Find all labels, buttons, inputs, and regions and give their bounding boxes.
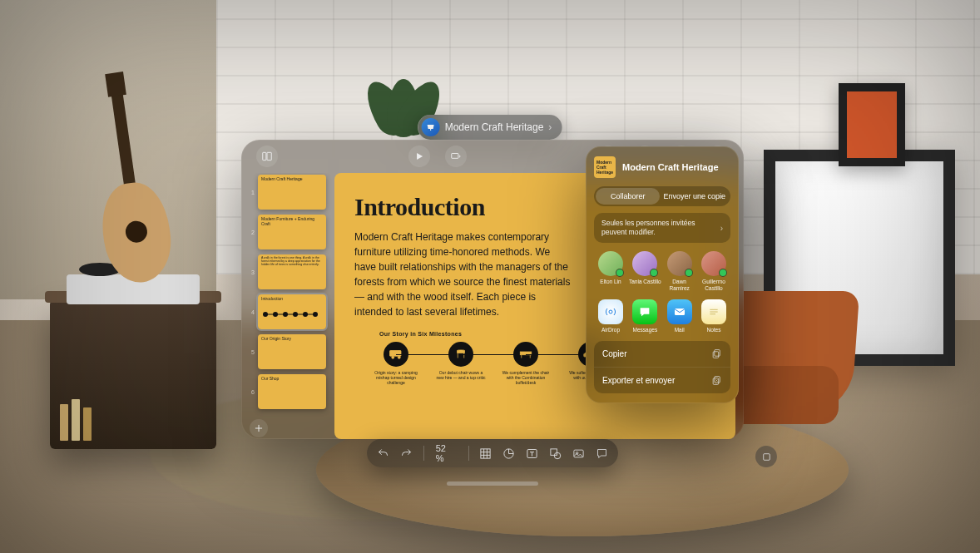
svg-point-44	[609, 310, 612, 314]
slide-thumb-2[interactable]: Modern Furniture + Enduring Craft	[258, 215, 326, 249]
slide-thumb-5[interactable]: Our Origin Story	[258, 334, 326, 369]
slide-navigator[interactable]: 1 Modern Craft Heritage 2 Modern Furnitu…	[250, 173, 326, 439]
messages-icon	[632, 299, 657, 324]
share-person-3[interactable]: Dawn Ramirez	[663, 251, 696, 291]
insert-media-button[interactable]	[568, 443, 588, 463]
avatar	[667, 251, 692, 276]
slide-thumb-4[interactable]: Introduction	[258, 294, 326, 329]
slide-thumb-6[interactable]: Our Shop	[258, 374, 326, 409]
svg-rect-0	[430, 129, 431, 131]
svg-point-22	[392, 356, 394, 358]
svg-rect-4	[452, 154, 458, 159]
share-app-messages[interactable]: Messages	[628, 299, 661, 333]
share-people-row: Elton Lin Tania Castillo Dawn Ramirez Gu…	[594, 251, 730, 291]
insert-chart-button[interactable]	[499, 443, 519, 463]
window-grab-bar[interactable]	[447, 481, 538, 486]
window-resize-handle[interactable]	[755, 446, 777, 467]
share-permissions-row[interactable]: Seules les personnes invitées peuvent mo…	[594, 213, 730, 243]
export-icon	[711, 375, 722, 386]
action-copy[interactable]: Copier	[594, 341, 730, 367]
svg-rect-45	[675, 309, 685, 315]
svg-rect-51	[715, 377, 720, 383]
share-person-2[interactable]: Tania Castillo	[628, 251, 661, 291]
add-slide-button[interactable]	[250, 419, 268, 437]
keynote-app-icon	[422, 118, 440, 136]
keynote-live-button[interactable]	[445, 146, 467, 167]
share-mode-segmented[interactable]: Collaborer Envoyer une copie	[594, 186, 730, 206]
redo-button[interactable]	[397, 443, 417, 463]
share-person-1[interactable]: Elton Lin	[594, 251, 627, 291]
window-title-pill[interactable]: Modern Craft Heritage ›	[418, 115, 562, 140]
action-export[interactable]: Exporter et envoyer	[594, 367, 730, 393]
svg-rect-32	[481, 448, 490, 457]
insert-table-button[interactable]	[476, 443, 496, 463]
airdrop-icon	[598, 299, 623, 324]
seg-collaborate[interactable]: Collaborer	[596, 188, 660, 205]
share-permissions-text: Seules les personnes invitées peuvent mo…	[601, 219, 701, 237]
bottom-toolbar: 52 %	[367, 439, 618, 467]
svg-rect-49	[715, 350, 720, 357]
svg-rect-2	[267, 152, 271, 160]
avatar	[701, 251, 726, 276]
svg-rect-39	[551, 448, 557, 455]
insert-shape-button[interactable]	[545, 443, 565, 463]
avatar	[632, 251, 657, 276]
window-title-text: Modern Craft Heritage	[445, 121, 544, 133]
copy-icon	[711, 348, 722, 359]
share-actions: Copier Exporter et envoyer	[594, 341, 730, 393]
chevron-right-icon: ›	[548, 121, 552, 133]
seg-send-copy[interactable]: Envoyer une copie	[660, 188, 729, 205]
share-person-4[interactable]: Guillermo Castillo	[697, 251, 730, 291]
mail-icon	[667, 299, 692, 324]
notes-icon	[701, 299, 726, 324]
slide-thumb-1[interactable]: Modern Craft Heritage	[258, 175, 326, 210]
svg-rect-1	[263, 152, 266, 160]
share-app-mail[interactable]: Mail	[663, 299, 696, 333]
undo-button[interactable]	[374, 443, 393, 463]
play-button[interactable]	[408, 146, 430, 167]
insert-comment-button[interactable]	[591, 443, 611, 463]
share-app-notes[interactable]: Notes	[697, 299, 730, 333]
share-apps-row: AirDrop Messages Mail Notes	[594, 299, 730, 333]
chevron-right-icon: ›	[720, 224, 723, 233]
svg-point-40	[554, 452, 561, 459]
svg-point-23	[398, 356, 400, 358]
view-mode-button[interactable]	[256, 146, 278, 167]
share-doc-thumbnail-icon: ModernCraftHeritage	[594, 156, 616, 178]
share-app-airdrop[interactable]: AirDrop	[594, 299, 627, 333]
svg-marker-3	[417, 153, 423, 160]
zoom-level[interactable]: 52 %	[431, 443, 462, 463]
insert-text-button[interactable]	[522, 443, 542, 463]
slide-body: Modern Craft Heritage makes contemporary…	[354, 230, 571, 319]
svg-rect-50	[713, 352, 719, 358]
svg-rect-43	[763, 453, 770, 460]
share-doc-title: Modern Craft Heritage	[622, 162, 719, 172]
svg-rect-21	[390, 351, 402, 357]
slide-thumb-3[interactable]: A walk in the forest is one thing. A wal…	[258, 254, 326, 289]
avatar	[598, 251, 623, 276]
share-popover: ModernCraftHeritage Modern Craft Heritag…	[586, 146, 739, 403]
